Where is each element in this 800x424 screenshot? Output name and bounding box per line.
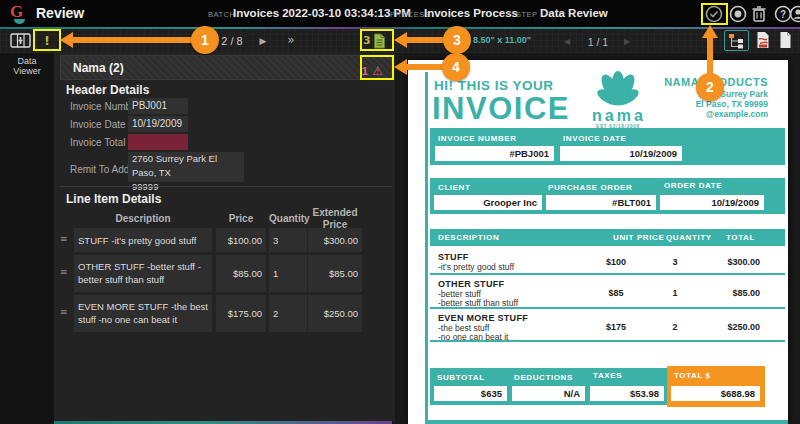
grooper-logo: G [9, 2, 31, 25]
last-document-button[interactable]: » [282, 31, 300, 49]
highlight-box-error [360, 55, 394, 80]
callout-circle-2: 2 [696, 73, 724, 101]
next-document-button[interactable]: ▶ [255, 32, 271, 50]
page-title: Review [36, 5, 84, 21]
invoice-header-band: INVOICE NUMBER INVOICE DATE #PBJ001 10/1… [430, 128, 785, 165]
left-sidebar: Data Viewer [0, 53, 54, 424]
cell-text: $100.00 [228, 235, 262, 246]
cell-text: $85.00 [329, 268, 358, 279]
grand-total-label: TOTAL $ [674, 371, 711, 380]
data-viewer-icon[interactable] [10, 32, 34, 49]
line-item-quantity-cell[interactable]: 1 [269, 255, 307, 292]
line-item-description-cell[interactable]: OTHER STUFF -better stuff -better stuff … [74, 255, 212, 292]
cell-text: 3 [273, 235, 278, 246]
row-drag-handle[interactable]: ≡ [60, 307, 68, 317]
record-button[interactable] [729, 5, 747, 23]
invoice-number-field[interactable]: PBJ001 [128, 98, 188, 114]
cell-text: EVEN MORE STUFF -the best stuff -no one … [78, 301, 208, 326]
row-drag-handle[interactable]: ≡ [60, 234, 68, 244]
invoice-total-field[interactable] [128, 134, 188, 150]
nama-lotus-logo [592, 66, 644, 110]
grooper-review-window: G Review BATCH Invoices 2022-03-10 03:34… [0, 0, 800, 424]
line-item-extended-cell[interactable]: $85.00 [308, 255, 362, 292]
invoice-greeting-line2: INVOICE [432, 91, 570, 127]
line-item-quantity-cell[interactable]: 2 [269, 295, 307, 332]
field-label-invoice-total: Invoice Total [70, 137, 125, 148]
thumbnails-toggle-button[interactable] [724, 30, 749, 51]
line-item-price-cell[interactable]: $100.00 [216, 228, 266, 252]
callout-arrowhead-2 [702, 25, 718, 38]
callout-arrow-1 [70, 37, 194, 43]
line-item-quantity-cell[interactable]: 3 [269, 228, 307, 252]
separator-dot: · [379, 7, 383, 19]
purchase-order-label: PURCHASE ORDER [548, 183, 632, 192]
nama-logo-text: nama [592, 107, 644, 125]
invoice-page[interactable]: HI! THIS IS YOUR INVOICE nama EST 02/18/… [408, 60, 788, 424]
line-item-price-cell[interactable]: $175.00 [216, 295, 266, 332]
item-separator [430, 340, 785, 342]
line-item-description-cell[interactable]: EVEN MORE STUFF -the best stuff -no one … [74, 295, 212, 332]
item-unit-price: $100 [593, 257, 639, 267]
pdf-file-icon [756, 31, 770, 49]
data-viewer-label: Data Viewer [5, 56, 49, 77]
line-item-price-cell[interactable]: $85.00 [216, 255, 266, 292]
trash-icon [751, 5, 767, 23]
row-drag-handle[interactable]: ≡ [60, 267, 68, 277]
cell-text: STUFF -it's pretty good stuff [78, 235, 196, 246]
blank-page-icon [779, 31, 792, 49]
callout-circle-4: 4 [442, 53, 470, 81]
items-header-band: DESCRIPTION UNIT PRICE QUANTITY TOTAL [430, 229, 785, 246]
column-header-price: Price [216, 213, 266, 225]
item-quantity: 1 [660, 288, 690, 298]
callout-arrow-3 [404, 37, 448, 43]
callout-circle-3: 3 [443, 26, 471, 54]
previous-page-button[interactable]: ◀ [560, 33, 574, 51]
order-date-label: ORDER DATE [664, 181, 722, 190]
items-column-description: DESCRIPTION [438, 233, 499, 242]
cell-text: $300.00 [324, 235, 358, 246]
grand-total-value: $688.98 [671, 386, 760, 401]
page-size-label: 8.50" x 11.00" [473, 35, 531, 45]
column-header-extended-price: Extended Price [308, 207, 362, 230]
items-column-unit-price: UNIT PRICE [613, 233, 664, 242]
line-item-description-cell[interactable]: STUFF -it's pretty good stuff [74, 228, 212, 252]
step-label: STEP [516, 10, 538, 19]
sidebar-item-data-viewer[interactable]: Data Viewer [0, 53, 54, 87]
invoice-footer-strip [428, 420, 788, 424]
batch-label: BATCH [208, 10, 235, 19]
callout-circle-1: 1 [191, 26, 219, 54]
callout-arrow-4 [404, 64, 446, 70]
highlight-box-pages [360, 29, 394, 51]
record-circle-icon [729, 5, 747, 23]
column-header-quantity: Quantity [269, 213, 307, 225]
cell-text: 1 [273, 268, 278, 279]
document-view-button[interactable] [779, 31, 792, 49]
page-position[interactable]: 1 / 1 [580, 33, 616, 51]
process-value: Invoices Process [424, 7, 518, 19]
separator-dot: · [506, 7, 510, 19]
next-page-button[interactable]: ▶ [620, 33, 634, 51]
document-type-header[interactable]: Nama (2) 1 ⚠ [60, 55, 392, 80]
item-quantity: 2 [660, 322, 690, 332]
line-item-extended-cell[interactable]: $250.00 [308, 295, 362, 332]
subtotal-value: $635 [434, 386, 507, 401]
item-quantity: 3 [660, 257, 690, 267]
step-value: Data Review [540, 7, 608, 19]
remit-to-address-field[interactable]: 2760 Surrey Park El Paso, TX 99999 [128, 152, 244, 182]
line-item-extended-cell[interactable]: $300.00 [308, 228, 362, 252]
callout-arrowhead-3 [394, 32, 407, 48]
highlight-box-complete [701, 3, 728, 25]
order-date-value: 10/19/2009 [660, 195, 764, 210]
svg-text:?: ? [780, 9, 786, 20]
highlight-box-flag [33, 29, 61, 51]
invoice-left-rail [425, 72, 428, 424]
account-button[interactable] [789, 5, 800, 23]
invoice-date-value: 10/19/2009 [560, 146, 682, 161]
item-name: OTHER STUFF [438, 279, 504, 289]
item-separator [430, 307, 785, 309]
data-entry-panel: Nama (2) 1 ⚠ Header Details Invoice Numb… [54, 53, 395, 421]
invoice-date-field[interactable]: 10/19/2009 [128, 116, 188, 132]
delete-button[interactable] [751, 5, 767, 23]
item-name: EVEN MORE STUFF [438, 313, 528, 323]
export-pdf-button[interactable] [756, 31, 770, 49]
